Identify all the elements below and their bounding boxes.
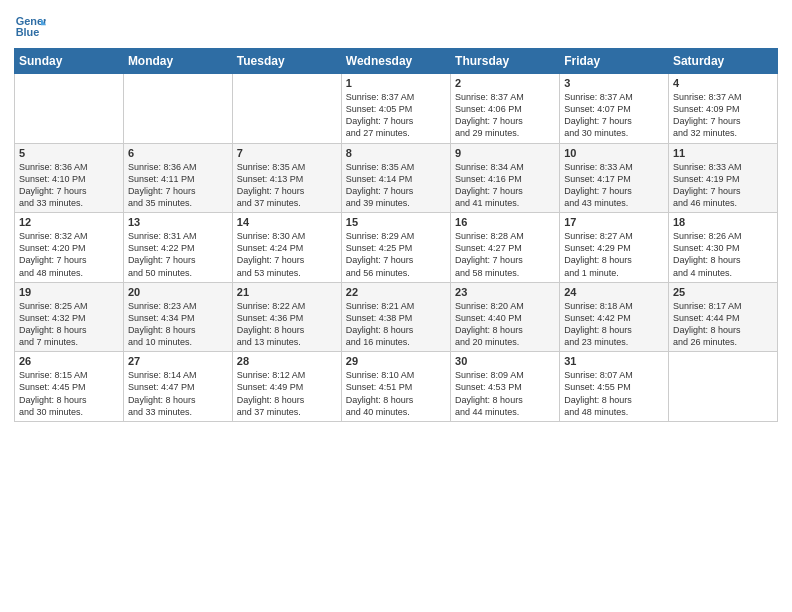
day-number: 3 [564,77,664,89]
calendar-cell: 20Sunrise: 8:23 AMSunset: 4:34 PMDayligh… [123,282,232,352]
day-content: Sunrise: 8:30 AMSunset: 4:24 PMDaylight:… [237,230,337,279]
calendar-cell: 6Sunrise: 8:36 AMSunset: 4:11 PMDaylight… [123,143,232,213]
day-content: Sunrise: 8:37 AMSunset: 4:09 PMDaylight:… [673,91,773,140]
calendar-cell: 30Sunrise: 8:09 AMSunset: 4:53 PMDayligh… [451,352,560,422]
calendar-cell: 28Sunrise: 8:12 AMSunset: 4:49 PMDayligh… [232,352,341,422]
calendar-cell: 23Sunrise: 8:20 AMSunset: 4:40 PMDayligh… [451,282,560,352]
col-header-friday: Friday [560,49,669,74]
day-number: 28 [237,355,337,367]
day-number: 16 [455,216,555,228]
calendar-cell: 4Sunrise: 8:37 AMSunset: 4:09 PMDaylight… [668,74,777,144]
col-header-monday: Monday [123,49,232,74]
day-number: 18 [673,216,773,228]
svg-text:Blue: Blue [16,26,40,38]
day-number: 20 [128,286,228,298]
day-content: Sunrise: 8:18 AMSunset: 4:42 PMDaylight:… [564,300,664,349]
day-number: 25 [673,286,773,298]
day-content: Sunrise: 8:20 AMSunset: 4:40 PMDaylight:… [455,300,555,349]
calendar-cell: 2Sunrise: 8:37 AMSunset: 4:06 PMDaylight… [451,74,560,144]
logo-icon: General Blue [14,10,46,42]
day-number: 22 [346,286,446,298]
calendar-week-4: 19Sunrise: 8:25 AMSunset: 4:32 PMDayligh… [15,282,778,352]
day-number: 15 [346,216,446,228]
day-number: 14 [237,216,337,228]
header-row: SundayMondayTuesdayWednesdayThursdayFrid… [15,49,778,74]
calendar-cell: 9Sunrise: 8:34 AMSunset: 4:16 PMDaylight… [451,143,560,213]
calendar-cell: 16Sunrise: 8:28 AMSunset: 4:27 PMDayligh… [451,213,560,283]
day-content: Sunrise: 8:21 AMSunset: 4:38 PMDaylight:… [346,300,446,349]
col-header-thursday: Thursday [451,49,560,74]
day-number: 4 [673,77,773,89]
calendar-week-3: 12Sunrise: 8:32 AMSunset: 4:20 PMDayligh… [15,213,778,283]
day-content: Sunrise: 8:35 AMSunset: 4:14 PMDaylight:… [346,161,446,210]
day-number: 24 [564,286,664,298]
calendar-cell: 11Sunrise: 8:33 AMSunset: 4:19 PMDayligh… [668,143,777,213]
day-content: Sunrise: 8:29 AMSunset: 4:25 PMDaylight:… [346,230,446,279]
calendar-cell: 21Sunrise: 8:22 AMSunset: 4:36 PMDayligh… [232,282,341,352]
calendar-cell: 14Sunrise: 8:30 AMSunset: 4:24 PMDayligh… [232,213,341,283]
day-content: Sunrise: 8:33 AMSunset: 4:17 PMDaylight:… [564,161,664,210]
calendar-week-1: 1Sunrise: 8:37 AMSunset: 4:05 PMDaylight… [15,74,778,144]
day-number: 11 [673,147,773,159]
day-number: 23 [455,286,555,298]
day-content: Sunrise: 8:34 AMSunset: 4:16 PMDaylight:… [455,161,555,210]
calendar-cell: 26Sunrise: 8:15 AMSunset: 4:45 PMDayligh… [15,352,124,422]
calendar-table: SundayMondayTuesdayWednesdayThursdayFrid… [14,48,778,422]
calendar-cell [123,74,232,144]
calendar-cell: 27Sunrise: 8:14 AMSunset: 4:47 PMDayligh… [123,352,232,422]
day-content: Sunrise: 8:10 AMSunset: 4:51 PMDaylight:… [346,369,446,418]
calendar-cell [668,352,777,422]
calendar-cell: 19Sunrise: 8:25 AMSunset: 4:32 PMDayligh… [15,282,124,352]
day-content: Sunrise: 8:33 AMSunset: 4:19 PMDaylight:… [673,161,773,210]
day-number: 12 [19,216,119,228]
day-content: Sunrise: 8:37 AMSunset: 4:07 PMDaylight:… [564,91,664,140]
day-content: Sunrise: 8:07 AMSunset: 4:55 PMDaylight:… [564,369,664,418]
day-number: 7 [237,147,337,159]
day-number: 29 [346,355,446,367]
calendar-cell [232,74,341,144]
calendar-cell: 13Sunrise: 8:31 AMSunset: 4:22 PMDayligh… [123,213,232,283]
day-number: 5 [19,147,119,159]
day-content: Sunrise: 8:37 AMSunset: 4:05 PMDaylight:… [346,91,446,140]
day-content: Sunrise: 8:37 AMSunset: 4:06 PMDaylight:… [455,91,555,140]
day-number: 27 [128,355,228,367]
day-content: Sunrise: 8:14 AMSunset: 4:47 PMDaylight:… [128,369,228,418]
day-content: Sunrise: 8:22 AMSunset: 4:36 PMDaylight:… [237,300,337,349]
day-number: 30 [455,355,555,367]
day-content: Sunrise: 8:15 AMSunset: 4:45 PMDaylight:… [19,369,119,418]
calendar-cell: 31Sunrise: 8:07 AMSunset: 4:55 PMDayligh… [560,352,669,422]
day-content: Sunrise: 8:23 AMSunset: 4:34 PMDaylight:… [128,300,228,349]
col-header-wednesday: Wednesday [341,49,450,74]
day-content: Sunrise: 8:27 AMSunset: 4:29 PMDaylight:… [564,230,664,279]
logo: General Blue [14,10,46,42]
day-content: Sunrise: 8:32 AMSunset: 4:20 PMDaylight:… [19,230,119,279]
calendar-cell: 5Sunrise: 8:36 AMSunset: 4:10 PMDaylight… [15,143,124,213]
page: General Blue SundayMondayTuesdayWednesda… [0,0,792,612]
day-content: Sunrise: 8:12 AMSunset: 4:49 PMDaylight:… [237,369,337,418]
col-header-sunday: Sunday [15,49,124,74]
day-content: Sunrise: 8:17 AMSunset: 4:44 PMDaylight:… [673,300,773,349]
header: General Blue [14,10,778,42]
day-content: Sunrise: 8:25 AMSunset: 4:32 PMDaylight:… [19,300,119,349]
day-content: Sunrise: 8:28 AMSunset: 4:27 PMDaylight:… [455,230,555,279]
col-header-saturday: Saturday [668,49,777,74]
calendar-cell: 29Sunrise: 8:10 AMSunset: 4:51 PMDayligh… [341,352,450,422]
calendar-cell [15,74,124,144]
calendar-cell: 18Sunrise: 8:26 AMSunset: 4:30 PMDayligh… [668,213,777,283]
calendar-cell: 1Sunrise: 8:37 AMSunset: 4:05 PMDaylight… [341,74,450,144]
day-content: Sunrise: 8:26 AMSunset: 4:30 PMDaylight:… [673,230,773,279]
day-number: 26 [19,355,119,367]
day-content: Sunrise: 8:31 AMSunset: 4:22 PMDaylight:… [128,230,228,279]
day-number: 21 [237,286,337,298]
calendar-week-5: 26Sunrise: 8:15 AMSunset: 4:45 PMDayligh… [15,352,778,422]
calendar-cell: 22Sunrise: 8:21 AMSunset: 4:38 PMDayligh… [341,282,450,352]
calendar-cell: 7Sunrise: 8:35 AMSunset: 4:13 PMDaylight… [232,143,341,213]
calendar-cell: 25Sunrise: 8:17 AMSunset: 4:44 PMDayligh… [668,282,777,352]
day-number: 6 [128,147,228,159]
calendar-cell: 8Sunrise: 8:35 AMSunset: 4:14 PMDaylight… [341,143,450,213]
calendar-cell: 24Sunrise: 8:18 AMSunset: 4:42 PMDayligh… [560,282,669,352]
day-number: 31 [564,355,664,367]
day-content: Sunrise: 8:35 AMSunset: 4:13 PMDaylight:… [237,161,337,210]
day-number: 13 [128,216,228,228]
day-number: 1 [346,77,446,89]
